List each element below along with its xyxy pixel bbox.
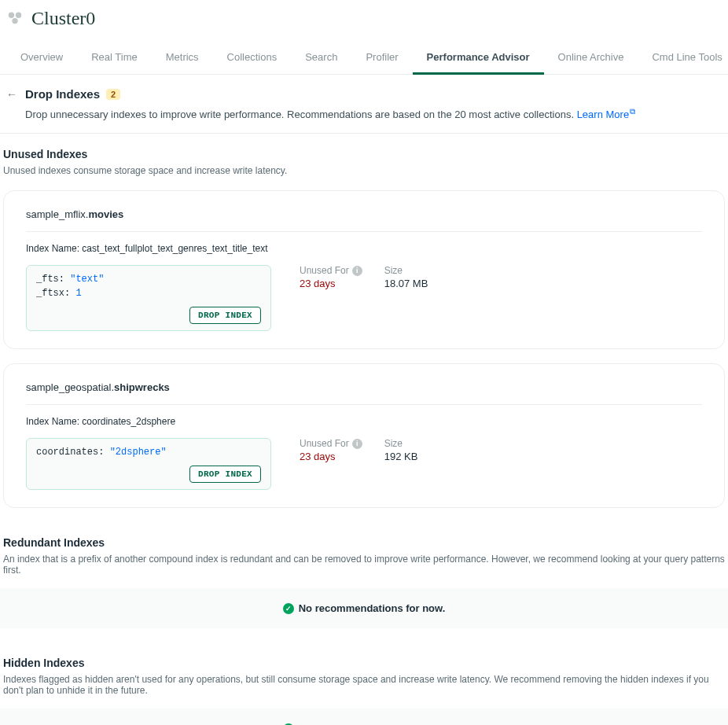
stat-unused-for: Unused Fori23 days bbox=[300, 265, 362, 289]
stat-size: Size192 KB bbox=[384, 438, 418, 462]
tab-search[interactable]: Search bbox=[291, 42, 351, 75]
section-desc-unused: Unused indexes consume storage space and… bbox=[0, 165, 728, 186]
stat-label: Size bbox=[384, 438, 418, 449]
learn-more-link[interactable]: Learn More⧉ bbox=[577, 109, 635, 120]
index-spec-snippet: coordinates: "2dsphere"DROP INDEX bbox=[26, 438, 271, 490]
index-name: Index Name: cast_text_fullplot_text_genr… bbox=[26, 243, 702, 254]
info-icon[interactable]: i bbox=[352, 439, 362, 449]
snippet-line: _ftsx: 1 bbox=[36, 288, 261, 299]
count-badge: 2 bbox=[106, 89, 120, 100]
no-reco-text: No recommendations for now. bbox=[299, 602, 446, 614]
tab-online-archive[interactable]: Online Archive bbox=[544, 42, 638, 75]
index-row: coordinates: "2dsphere"DROP INDEXUnused … bbox=[26, 438, 702, 490]
stat-label: Unused Fori bbox=[300, 438, 362, 449]
index-row: _fts: "text"_ftsx: 1DROP INDEXUnused For… bbox=[26, 265, 702, 331]
cluster-icon bbox=[6, 9, 24, 28]
stat-value: 23 days bbox=[300, 451, 362, 462]
page-title: Drop Indexes bbox=[25, 87, 100, 101]
tab-real-time[interactable]: Real Time bbox=[77, 42, 152, 75]
page-description: Drop unnecessary indexes to improve writ… bbox=[25, 107, 722, 120]
collection-title: sample_geospatial.shipwrecks bbox=[26, 381, 702, 393]
index-spec-snippet: _fts: "text"_ftsx: 1DROP INDEX bbox=[26, 265, 271, 331]
index-name: Index Name: coordinates_2dsphere bbox=[26, 416, 702, 427]
divider bbox=[26, 404, 702, 405]
tab-cmd-line-tools[interactable]: Cmd Line Tools bbox=[638, 42, 728, 75]
index-card: sample_geospatial.shipwrecksIndex Name: … bbox=[3, 363, 725, 508]
stat-label: Size bbox=[384, 265, 428, 276]
section-title-unused: Unused Indexes bbox=[0, 134, 728, 165]
info-icon[interactable]: i bbox=[352, 266, 362, 276]
divider bbox=[26, 231, 702, 232]
stat-label: Unused Fori bbox=[300, 265, 362, 276]
section-desc-redundant: An index that is a prefix of another com… bbox=[0, 554, 728, 585]
stat-value: 23 days bbox=[300, 278, 362, 289]
svg-point-2 bbox=[12, 18, 17, 24]
learn-more-text: Learn More bbox=[577, 109, 629, 120]
page-desc-text: Drop unnecessary indexes to improve writ… bbox=[25, 109, 574, 120]
section-title-hidden: Hidden Indexes bbox=[0, 642, 728, 674]
back-arrow-icon[interactable]: ← bbox=[6, 88, 17, 101]
section-title-redundant: Redundant Indexes bbox=[0, 522, 728, 554]
cluster-name[interactable]: Cluster0 bbox=[31, 8, 95, 29]
index-stats: Unused Fori23 daysSize18.07 MB bbox=[300, 265, 428, 289]
index-card: sample_mflix.moviesIndex Name: cast_text… bbox=[3, 190, 725, 349]
stat-value: 18.07 MB bbox=[384, 278, 428, 289]
drop-index-button[interactable]: DROP INDEX bbox=[189, 307, 261, 324]
svg-point-0 bbox=[9, 13, 14, 18]
tab-metrics[interactable]: Metrics bbox=[152, 42, 213, 75]
snippet-line: _fts: "text" bbox=[36, 274, 261, 285]
tab-overview[interactable]: Overview bbox=[6, 42, 77, 75]
no-reco-redundant: ✓ No recommendations for now. bbox=[0, 588, 728, 628]
index-stats: Unused Fori23 daysSize192 KB bbox=[300, 438, 417, 462]
header: Cluster0 bbox=[0, 0, 728, 34]
stat-size: Size18.07 MB bbox=[384, 265, 428, 289]
stat-unused-for: Unused Fori23 days bbox=[300, 438, 362, 462]
tab-profiler[interactable]: Profiler bbox=[351, 42, 412, 75]
section-desc-hidden: Indexes flagged as hidden aren't used fo… bbox=[0, 674, 728, 705]
snippet-line: coordinates: "2dsphere" bbox=[36, 447, 261, 458]
collection-title: sample_mflix.movies bbox=[26, 208, 702, 220]
tab-collections[interactable]: Collections bbox=[213, 42, 292, 75]
no-reco-hidden: ✓ No recommendations for now. bbox=[0, 708, 728, 725]
svg-point-1 bbox=[16, 13, 21, 18]
external-link-icon: ⧉ bbox=[630, 107, 635, 116]
drop-index-button[interactable]: DROP INDEX bbox=[189, 466, 261, 483]
tabs: OverviewReal TimeMetricsCollectionsSearc… bbox=[0, 42, 728, 75]
tab-performance-advisor[interactable]: Performance Advisor bbox=[413, 42, 544, 75]
stat-value: 192 KB bbox=[384, 451, 418, 462]
checkmark-icon: ✓ bbox=[283, 603, 294, 614]
page-head: ← Drop Indexes 2 Drop unnecessary indexe… bbox=[0, 75, 728, 134]
